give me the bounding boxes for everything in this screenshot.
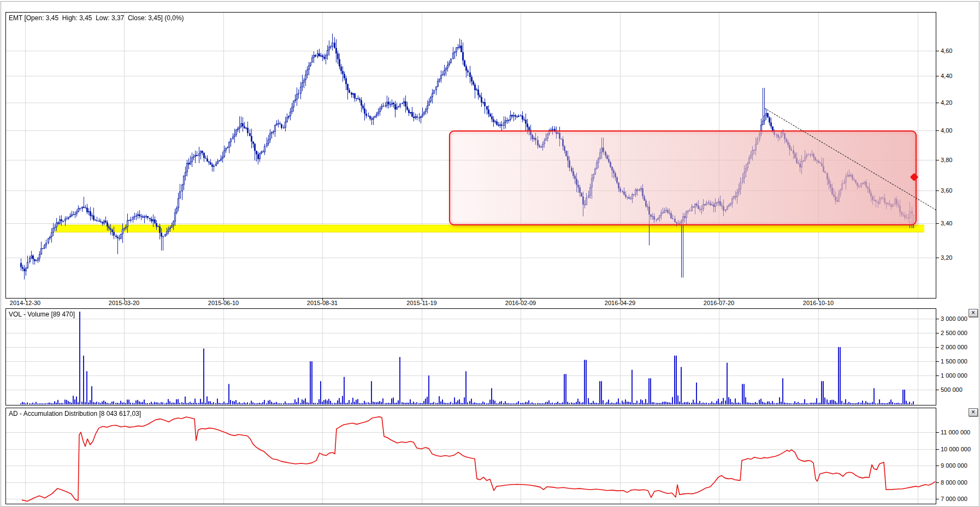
resistance-zone-box[interactable] (449, 130, 917, 225)
price-axis-tick (936, 160, 939, 160)
ad-axis-label: 10 000 000 (941, 446, 971, 452)
date-axis-tick (719, 299, 719, 301)
ad-axis-tick (936, 449, 939, 450)
date-axis-tick (818, 299, 819, 301)
date-axis-tick (620, 299, 621, 301)
price-axis-label: 3,60 (941, 187, 952, 194)
price-axis-tick (936, 258, 939, 258)
price-axis-label: 4,40 (941, 73, 952, 79)
ad-axis-tick (936, 432, 939, 433)
volume-axis-label: 500 000 (941, 386, 963, 393)
price-panel-title: EMT [Open: 3,45 High: 3,45 Low: 3,37 Clo… (9, 14, 184, 22)
volume-panel-close-button[interactable]: × (969, 309, 978, 317)
price-axis-tick (936, 190, 939, 191)
close-icon: × (971, 309, 975, 317)
volume-axis-label: 1 000 000 (941, 372, 967, 379)
ad-axis-label: 8 000 000 (941, 479, 967, 486)
date-axis-tick (223, 299, 224, 301)
volume-axis-tick (936, 361, 939, 362)
volume-panel: VOL - Volume [89 470] (5, 308, 936, 405)
ad-axis-tick (936, 499, 939, 499)
price-axis-label: 3,40 (941, 220, 952, 226)
volume-axis-label: 2 000 000 (941, 344, 967, 350)
price-axis-label: 4,60 (941, 47, 952, 54)
volume-axis-tick (936, 333, 939, 333)
price-axis-tick (936, 51, 939, 51)
price-axis-label: 4,00 (941, 127, 952, 134)
ad-axis-tick (936, 482, 939, 483)
date-axis-tick (124, 299, 125, 301)
volume-axis-tick (936, 375, 939, 376)
volume-axis-tick (936, 347, 939, 348)
price-axis-label: 3,20 (941, 254, 952, 261)
price-axis-tick (936, 130, 939, 131)
date-axis-tick (422, 299, 422, 301)
price-axis-tick (936, 223, 939, 224)
charting-application: EMT [Open: 3,45 High: 3,45 Low: 3,37 Clo… (0, 0, 980, 507)
ad-plot-canvas[interactable] (6, 408, 936, 504)
volume-axis-label: 2 500 000 (941, 330, 967, 336)
date-axis-tick (25, 299, 26, 301)
ad-axis-label: 11 000 000 (941, 429, 970, 436)
price-axis-label: 4,20 (941, 99, 952, 106)
volume-axis-label: 3 000 000 (941, 315, 967, 322)
ad-axis-tick (936, 466, 939, 466)
volume-plot-canvas[interactable] (6, 309, 936, 405)
volume-axis-tick (936, 319, 939, 319)
date-axis-tick (521, 299, 521, 301)
ad-axis-label: 9 000 000 (941, 462, 967, 469)
ad-panel-title: AD - Accumulation Distribution [8 043 61… (9, 410, 141, 417)
price-axis-tick (936, 103, 939, 103)
price-axis-label: 3,80 (941, 157, 952, 163)
ad-axis-label: 7 000 000 (941, 496, 967, 502)
volume-axis-tick (936, 390, 939, 390)
ad-panel: AD - Accumulation Distribution [8 043 61… (5, 408, 936, 504)
price-axis-tick (936, 76, 939, 76)
ad-panel-close-button[interactable]: × (969, 408, 978, 416)
close-icon: × (971, 408, 975, 416)
volume-axis-label: 1 500 000 (941, 358, 967, 365)
date-axis-tick (322, 299, 323, 301)
volume-panel-title: VOL - Volume [89 470] (9, 311, 75, 318)
